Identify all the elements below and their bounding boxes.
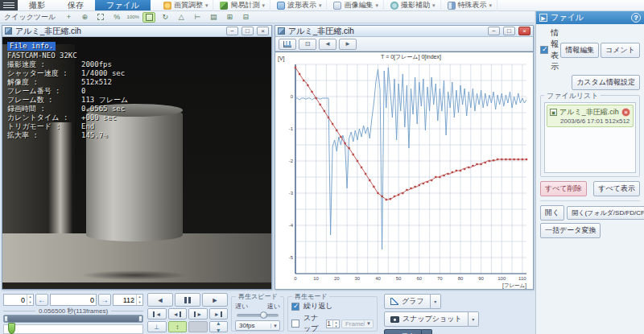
tab-save[interactable]: 保存 bbox=[56, 0, 95, 10]
graph-step-back-icon[interactable]: ◄ bbox=[319, 39, 336, 50]
speed-slider[interactable] bbox=[237, 314, 279, 317]
step-forward-button[interactable]: ► bbox=[188, 308, 208, 320]
jump-trigger-button[interactable]: ⊥ bbox=[147, 321, 167, 332]
batch-convert-button[interactable]: 一括データ変換 bbox=[540, 223, 601, 238]
tab-file[interactable]: ファイル bbox=[95, 0, 151, 10]
zoom-100-icon[interactable]: 100% bbox=[126, 12, 139, 23]
graph-fit-icon[interactable]: ⊡ bbox=[299, 39, 316, 50]
speed-slider-knob[interactable] bbox=[260, 311, 267, 319]
info-trigger-mode: トリガモード :End bbox=[7, 122, 128, 131]
svg-text:90: 90 bbox=[478, 276, 484, 281]
custom-info-button[interactable]: カスタム情報設定 bbox=[572, 75, 640, 90]
rotate-icon[interactable]: ↻ bbox=[159, 12, 171, 23]
snapshot-dropdown-caret[interactable]: ▾ bbox=[469, 311, 479, 327]
grid-layout-icon[interactable]: ⊞ bbox=[223, 12, 236, 23]
file-list-item[interactable]: ▣ アルミ_非圧縮.cih × 2003/6/6 17:01 512x512 bbox=[547, 105, 634, 127]
menu-capture-assist[interactable]: 撮影補助▾ bbox=[386, 0, 441, 11]
snap-count-stepper[interactable]: ▲▼ bbox=[326, 320, 340, 328]
fit-window-icon[interactable] bbox=[142, 12, 155, 23]
save-button[interactable]: ↓保存 bbox=[384, 329, 422, 334]
graph-settings-icon[interactable] bbox=[279, 39, 296, 50]
waveform-plot[interactable]: 01020304050607080901001100-1-2-3-4-5T = … bbox=[275, 52, 533, 289]
tab-capture[interactable]: 撮影 bbox=[18, 0, 56, 10]
snap-count-input[interactable] bbox=[327, 320, 332, 328]
repeat-checkbox[interactable] bbox=[291, 303, 299, 311]
pause-button[interactable] bbox=[175, 293, 200, 307]
open-media-button[interactable]: 開く(フォルダ/SD/FD/CF) bbox=[567, 206, 644, 220]
lock-view-icon[interactable]: ▤ bbox=[207, 12, 220, 23]
start-frame-input[interactable] bbox=[4, 295, 27, 305]
info-display-checkbox[interactable] bbox=[540, 46, 548, 54]
info-display-label: 情報表示 bbox=[551, 27, 560, 72]
trigger-mark-button[interactable]: ↕ bbox=[168, 321, 188, 332]
graph-button[interactable]: グラフ bbox=[384, 294, 431, 309]
next-frame-button[interactable]: → bbox=[98, 294, 111, 306]
graph-window-titlebar[interactable]: アルミ_非圧縮.cih − □ × bbox=[275, 26, 533, 37]
image-window-titlebar[interactable]: アルミ_非圧縮.cih − □ × bbox=[2, 26, 271, 37]
pan-tool-icon[interactable]: + bbox=[62, 12, 75, 23]
minimize-button[interactable]: − bbox=[226, 27, 238, 35]
file-remove-icon[interactable]: × bbox=[621, 108, 630, 117]
frame-skip-stepper[interactable]: ▴▾ bbox=[209, 321, 229, 332]
show-all-button[interactable]: すべて表示 bbox=[593, 181, 640, 196]
flip-icon[interactable]: △ bbox=[175, 12, 188, 23]
step-back-button[interactable]: ◄ bbox=[168, 308, 188, 320]
svg-text:-4: -4 bbox=[289, 223, 294, 228]
end-frame-input[interactable] bbox=[114, 295, 136, 305]
close-button[interactable]: × bbox=[257, 27, 269, 35]
graph-step-forward-icon[interactable]: ► bbox=[339, 39, 357, 50]
range-start-handle[interactable] bbox=[4, 315, 8, 322]
range-end-handle[interactable] bbox=[138, 315, 142, 322]
camera-image[interactable]: File info. FASTCAM-NEO 32KC 撮影速度 :2000fp… bbox=[2, 37, 271, 289]
comment-button[interactable]: コメント bbox=[601, 43, 640, 58]
current-frame-box[interactable] bbox=[50, 294, 97, 306]
delete-all-button[interactable]: すべて削除 bbox=[540, 181, 587, 196]
play-reverse-button[interactable]: ◄ bbox=[147, 293, 173, 307]
frame-range-slider[interactable] bbox=[3, 315, 143, 323]
first-frame-button[interactable]: ◄ bbox=[147, 308, 167, 320]
graph-maximize-button[interactable]: □ bbox=[503, 27, 515, 35]
single-layout-icon[interactable]: ⊟ bbox=[239, 12, 252, 23]
file-panel-title: ファイル bbox=[551, 12, 584, 23]
end-frame-spin-arrows[interactable]: ▲▼ bbox=[136, 295, 142, 305]
save-dropdown-caret[interactable]: ▾ bbox=[422, 329, 432, 334]
file-panel-header: ▶ ファイル ? bbox=[536, 11, 644, 24]
zoom-tool-icon[interactable]: ⊕ bbox=[78, 12, 91, 23]
maximize-button[interactable]: □ bbox=[242, 27, 254, 35]
graph-dropdown-caret[interactable]: ▾ bbox=[431, 294, 441, 309]
app-window: 撮影 保存 ファイル 画質調整▾ 簡易計測▾ 波形表示▾ 画像編集▾ 撮影補助▾… bbox=[0, 0, 644, 334]
start-frame-stepper[interactable]: ▲▼ bbox=[3, 294, 34, 306]
end-frame-stepper[interactable]: ▲▼ bbox=[113, 294, 143, 306]
menu-simple-measure[interactable]: 簡易計測▾ bbox=[215, 0, 270, 11]
open-button[interactable]: 開く bbox=[540, 205, 564, 221]
graph-window-title: アルミ_非圧縮.cih bbox=[288, 26, 485, 37]
graph-minimize-button[interactable]: − bbox=[488, 27, 500, 35]
playhead-track[interactable] bbox=[3, 324, 143, 334]
last-frame-button[interactable]: ► bbox=[209, 308, 229, 320]
menu-waveform-display[interactable]: 波形表示▾ bbox=[272, 0, 328, 11]
svg-text:60: 60 bbox=[416, 276, 422, 281]
menu-image-adjust[interactable]: 画質調整▾ bbox=[159, 0, 214, 11]
current-frame-input[interactable] bbox=[51, 295, 96, 305]
play-button[interactable]: ► bbox=[202, 293, 228, 307]
info-fps: 撮影速度 :2000fps bbox=[7, 60, 128, 69]
info-edit-button[interactable]: 情報編集 bbox=[560, 43, 599, 58]
repeat-label: 繰り返し bbox=[303, 301, 332, 311]
fps-select[interactable]: 30fps▼ bbox=[235, 320, 280, 331]
prev-frame-button[interactable]: ← bbox=[35, 294, 48, 306]
graph-close-button[interactable]: × bbox=[518, 27, 530, 35]
playhead-marker[interactable] bbox=[8, 323, 15, 334]
menu-special-display[interactable]: 特殊表示▾ bbox=[443, 0, 498, 11]
zoom-percent-icon[interactable]: % bbox=[110, 12, 123, 23]
region-select-icon[interactable] bbox=[94, 12, 107, 23]
snap-checkbox[interactable] bbox=[291, 320, 299, 328]
snapshot-button[interactable]: スナップショット bbox=[384, 311, 469, 327]
hamburger-menu-icon[interactable] bbox=[0, 0, 18, 10]
file-item-icon: ▣ bbox=[550, 109, 557, 116]
menu-image-edit[interactable]: 画像編集▾ bbox=[328, 0, 384, 11]
snap-unit-select[interactable]: Frame▼ bbox=[341, 320, 374, 328]
file-list[interactable]: ▣ アルミ_非圧縮.cih × 2003/6/6 17:01 512x512 bbox=[544, 102, 636, 173]
calibration-icon[interactable]: ⊢ bbox=[191, 12, 204, 23]
start-frame-spin-arrows[interactable]: ▲▼ bbox=[27, 295, 33, 305]
help-icon[interactable]: ? bbox=[631, 13, 641, 23]
